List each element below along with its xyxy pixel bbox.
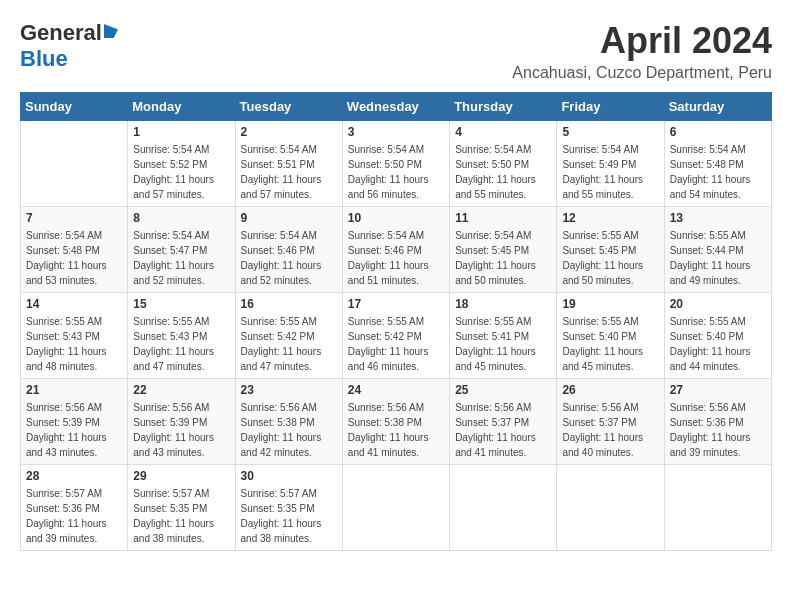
day-info: Sunrise: 5:56 AMSunset: 5:39 PMDaylight:… bbox=[133, 400, 229, 460]
day-number: 15 bbox=[133, 297, 229, 311]
logo-general: General bbox=[20, 20, 102, 46]
day-number: 16 bbox=[241, 297, 337, 311]
calendar-cell bbox=[450, 465, 557, 551]
day-info: Sunrise: 5:57 AMSunset: 5:35 PMDaylight:… bbox=[133, 486, 229, 546]
calendar-cell bbox=[664, 465, 771, 551]
day-info: Sunrise: 5:57 AMSunset: 5:36 PMDaylight:… bbox=[26, 486, 122, 546]
day-info: Sunrise: 5:56 AMSunset: 5:36 PMDaylight:… bbox=[670, 400, 766, 460]
calendar-cell: 5Sunrise: 5:54 AMSunset: 5:49 PMDaylight… bbox=[557, 121, 664, 207]
day-number: 6 bbox=[670, 125, 766, 139]
day-info: Sunrise: 5:55 AMSunset: 5:44 PMDaylight:… bbox=[670, 228, 766, 288]
day-info: Sunrise: 5:54 AMSunset: 5:52 PMDaylight:… bbox=[133, 142, 229, 202]
day-number: 19 bbox=[562, 297, 658, 311]
day-info: Sunrise: 5:55 AMSunset: 5:43 PMDaylight:… bbox=[26, 314, 122, 374]
calendar-cell: 26Sunrise: 5:56 AMSunset: 5:37 PMDayligh… bbox=[557, 379, 664, 465]
calendar-cell: 30Sunrise: 5:57 AMSunset: 5:35 PMDayligh… bbox=[235, 465, 342, 551]
day-number: 5 bbox=[562, 125, 658, 139]
day-info: Sunrise: 5:54 AMSunset: 5:47 PMDaylight:… bbox=[133, 228, 229, 288]
day-info: Sunrise: 5:55 AMSunset: 5:45 PMDaylight:… bbox=[562, 228, 658, 288]
day-info: Sunrise: 5:54 AMSunset: 5:45 PMDaylight:… bbox=[455, 228, 551, 288]
calendar-cell: 18Sunrise: 5:55 AMSunset: 5:41 PMDayligh… bbox=[450, 293, 557, 379]
calendar-cell: 9Sunrise: 5:54 AMSunset: 5:46 PMDaylight… bbox=[235, 207, 342, 293]
calendar-cell bbox=[21, 121, 128, 207]
day-number: 25 bbox=[455, 383, 551, 397]
day-info: Sunrise: 5:55 AMSunset: 5:43 PMDaylight:… bbox=[133, 314, 229, 374]
day-info: Sunrise: 5:54 AMSunset: 5:49 PMDaylight:… bbox=[562, 142, 658, 202]
day-number: 7 bbox=[26, 211, 122, 225]
day-number: 21 bbox=[26, 383, 122, 397]
day-number: 22 bbox=[133, 383, 229, 397]
calendar-cell: 15Sunrise: 5:55 AMSunset: 5:43 PMDayligh… bbox=[128, 293, 235, 379]
calendar-cell: 1Sunrise: 5:54 AMSunset: 5:52 PMDaylight… bbox=[128, 121, 235, 207]
calendar-cell: 20Sunrise: 5:55 AMSunset: 5:40 PMDayligh… bbox=[664, 293, 771, 379]
calendar-cell: 10Sunrise: 5:54 AMSunset: 5:46 PMDayligh… bbox=[342, 207, 449, 293]
day-number: 9 bbox=[241, 211, 337, 225]
weekday-header-monday: Monday bbox=[128, 93, 235, 121]
day-info: Sunrise: 5:54 AMSunset: 5:51 PMDaylight:… bbox=[241, 142, 337, 202]
day-number: 30 bbox=[241, 469, 337, 483]
day-info: Sunrise: 5:56 AMSunset: 5:38 PMDaylight:… bbox=[241, 400, 337, 460]
day-info: Sunrise: 5:55 AMSunset: 5:42 PMDaylight:… bbox=[241, 314, 337, 374]
calendar-cell: 16Sunrise: 5:55 AMSunset: 5:42 PMDayligh… bbox=[235, 293, 342, 379]
day-number: 27 bbox=[670, 383, 766, 397]
calendar-cell: 4Sunrise: 5:54 AMSunset: 5:50 PMDaylight… bbox=[450, 121, 557, 207]
calendar-cell: 21Sunrise: 5:56 AMSunset: 5:39 PMDayligh… bbox=[21, 379, 128, 465]
day-info: Sunrise: 5:56 AMSunset: 5:38 PMDaylight:… bbox=[348, 400, 444, 460]
day-number: 29 bbox=[133, 469, 229, 483]
calendar-cell: 22Sunrise: 5:56 AMSunset: 5:39 PMDayligh… bbox=[128, 379, 235, 465]
day-number: 1 bbox=[133, 125, 229, 139]
calendar-cell: 7Sunrise: 5:54 AMSunset: 5:48 PMDaylight… bbox=[21, 207, 128, 293]
calendar-week-row: 28Sunrise: 5:57 AMSunset: 5:36 PMDayligh… bbox=[21, 465, 772, 551]
calendar-cell: 3Sunrise: 5:54 AMSunset: 5:50 PMDaylight… bbox=[342, 121, 449, 207]
calendar-cell: 6Sunrise: 5:54 AMSunset: 5:48 PMDaylight… bbox=[664, 121, 771, 207]
day-number: 3 bbox=[348, 125, 444, 139]
day-number: 17 bbox=[348, 297, 444, 311]
weekday-header-tuesday: Tuesday bbox=[235, 93, 342, 121]
weekday-header-sunday: Sunday bbox=[21, 93, 128, 121]
calendar-cell: 11Sunrise: 5:54 AMSunset: 5:45 PMDayligh… bbox=[450, 207, 557, 293]
day-info: Sunrise: 5:56 AMSunset: 5:37 PMDaylight:… bbox=[562, 400, 658, 460]
weekday-header-wednesday: Wednesday bbox=[342, 93, 449, 121]
day-number: 23 bbox=[241, 383, 337, 397]
day-info: Sunrise: 5:54 AMSunset: 5:46 PMDaylight:… bbox=[241, 228, 337, 288]
calendar-cell: 8Sunrise: 5:54 AMSunset: 5:47 PMDaylight… bbox=[128, 207, 235, 293]
calendar-cell: 25Sunrise: 5:56 AMSunset: 5:37 PMDayligh… bbox=[450, 379, 557, 465]
calendar-cell: 19Sunrise: 5:55 AMSunset: 5:40 PMDayligh… bbox=[557, 293, 664, 379]
weekday-header-row: SundayMondayTuesdayWednesdayThursdayFrid… bbox=[21, 93, 772, 121]
day-number: 12 bbox=[562, 211, 658, 225]
weekday-header-friday: Friday bbox=[557, 93, 664, 121]
day-info: Sunrise: 5:54 AMSunset: 5:48 PMDaylight:… bbox=[670, 142, 766, 202]
title-section: April 2024 Ancahuasi, Cuzco Department, … bbox=[512, 20, 772, 82]
calendar-cell: 29Sunrise: 5:57 AMSunset: 5:35 PMDayligh… bbox=[128, 465, 235, 551]
day-info: Sunrise: 5:54 AMSunset: 5:48 PMDaylight:… bbox=[26, 228, 122, 288]
day-info: Sunrise: 5:54 AMSunset: 5:50 PMDaylight:… bbox=[348, 142, 444, 202]
calendar-cell: 27Sunrise: 5:56 AMSunset: 5:36 PMDayligh… bbox=[664, 379, 771, 465]
logo-icon bbox=[104, 24, 118, 38]
calendar-cell: 12Sunrise: 5:55 AMSunset: 5:45 PMDayligh… bbox=[557, 207, 664, 293]
day-number: 26 bbox=[562, 383, 658, 397]
day-info: Sunrise: 5:55 AMSunset: 5:40 PMDaylight:… bbox=[562, 314, 658, 374]
month-title: April 2024 bbox=[512, 20, 772, 62]
calendar-week-row: 14Sunrise: 5:55 AMSunset: 5:43 PMDayligh… bbox=[21, 293, 772, 379]
location-title: Ancahuasi, Cuzco Department, Peru bbox=[512, 64, 772, 82]
day-number: 28 bbox=[26, 469, 122, 483]
day-number: 14 bbox=[26, 297, 122, 311]
calendar-week-row: 7Sunrise: 5:54 AMSunset: 5:48 PMDaylight… bbox=[21, 207, 772, 293]
day-info: Sunrise: 5:57 AMSunset: 5:35 PMDaylight:… bbox=[241, 486, 337, 546]
calendar-cell: 28Sunrise: 5:57 AMSunset: 5:36 PMDayligh… bbox=[21, 465, 128, 551]
calendar-cell: 23Sunrise: 5:56 AMSunset: 5:38 PMDayligh… bbox=[235, 379, 342, 465]
day-info: Sunrise: 5:56 AMSunset: 5:39 PMDaylight:… bbox=[26, 400, 122, 460]
calendar-cell: 17Sunrise: 5:55 AMSunset: 5:42 PMDayligh… bbox=[342, 293, 449, 379]
day-info: Sunrise: 5:55 AMSunset: 5:42 PMDaylight:… bbox=[348, 314, 444, 374]
day-info: Sunrise: 5:54 AMSunset: 5:50 PMDaylight:… bbox=[455, 142, 551, 202]
day-number: 18 bbox=[455, 297, 551, 311]
day-info: Sunrise: 5:55 AMSunset: 5:40 PMDaylight:… bbox=[670, 314, 766, 374]
weekday-header-thursday: Thursday bbox=[450, 93, 557, 121]
day-number: 20 bbox=[670, 297, 766, 311]
day-info: Sunrise: 5:55 AMSunset: 5:41 PMDaylight:… bbox=[455, 314, 551, 374]
calendar-cell: 24Sunrise: 5:56 AMSunset: 5:38 PMDayligh… bbox=[342, 379, 449, 465]
logo: General Blue bbox=[20, 20, 118, 72]
day-number: 13 bbox=[670, 211, 766, 225]
calendar-cell: 14Sunrise: 5:55 AMSunset: 5:43 PMDayligh… bbox=[21, 293, 128, 379]
day-info: Sunrise: 5:54 AMSunset: 5:46 PMDaylight:… bbox=[348, 228, 444, 288]
